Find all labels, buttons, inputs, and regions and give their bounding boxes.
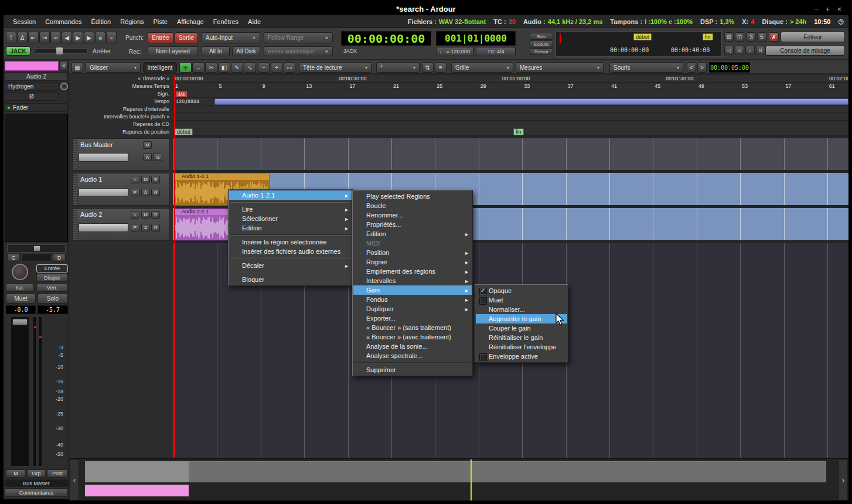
peak-display[interactable]: -5,7	[38, 305, 68, 314]
maximize-button[interactable]: +	[826, 5, 830, 13]
header-grip[interactable]	[73, 173, 77, 205]
tempo-bar[interactable]	[214, 98, 848, 105]
cd-markers-ruler[interactable]	[173, 121, 848, 128]
error-log-button[interactable]: ✗	[769, 32, 779, 42]
summary-view-rect[interactable]	[85, 461, 826, 482]
group-button[interactable]: G	[154, 154, 162, 161]
follow-range-button[interactable]: Follow Range	[264, 32, 333, 43]
nudge-forward-button[interactable]: >	[697, 62, 707, 73]
forward-button[interactable]: ▶	[73, 32, 83, 43]
editor-mixer-toggle-button[interactable]: ▦	[71, 62, 83, 73]
menu-item[interactable]: Analyse spectrale...	[353, 351, 472, 360]
auto-return-button[interactable]: Retour automatique	[264, 46, 333, 56]
group-button[interactable]: Grp	[27, 469, 46, 478]
time-signature-marker[interactable]: 4/4	[175, 91, 188, 97]
gain-display[interactable]: -0,0	[6, 305, 36, 314]
zoom-out-button[interactable]: −	[258, 62, 270, 73]
nudge-clock[interactable]: 00:00:05:00	[709, 62, 750, 73]
zoom-focus-select[interactable]: Tête de lecture▾	[299, 62, 372, 73]
list-button[interactable]: ≡	[435, 62, 447, 73]
strip-close-button[interactable]: ×	[60, 61, 68, 71]
edit-point-select[interactable]: Souris▾	[609, 62, 683, 73]
monitor-button[interactable]: Solo	[530, 33, 553, 40]
monitor-section-button[interactable]: ▤	[724, 32, 734, 42]
track-gain-slider[interactable]	[79, 223, 128, 232]
menu-item[interactable]: « Bouncer » (sans traitement)	[353, 323, 472, 332]
menu-item[interactable]: Bloquer	[229, 275, 352, 284]
meter-post-button[interactable]: Post	[47, 469, 68, 478]
shuttle-slider[interactable]	[34, 48, 88, 54]
secondary-clock[interactable]: 001|01|0000	[436, 31, 516, 46]
primary-clock[interactable]: 00:00:00:00	[341, 31, 431, 46]
tempo-ruler[interactable]: 120,000/4	[173, 98, 848, 105]
menu-item[interactable]: Sélectionner	[229, 214, 352, 223]
mixer-window-button[interactable]: Console de mixage	[765, 46, 845, 56]
gain-fader-handle[interactable]	[12, 319, 28, 325]
header-grip[interactable]	[73, 209, 77, 240]
strip-name-tab[interactable]: Audio 2	[5, 72, 68, 81]
range-tool-button[interactable]: ↔	[192, 62, 205, 73]
smart-mode-button[interactable]: Intelligent	[143, 62, 177, 73]
menu-item[interactable]: Enveloppe active	[476, 352, 567, 361]
mute-button[interactable]: Muet	[6, 294, 36, 304]
processor-box[interactable]	[5, 114, 68, 242]
solo-button[interactable]: S	[151, 176, 160, 183]
eight-button[interactable]: 8	[756, 46, 765, 55]
menu-item[interactable]: Lire	[229, 205, 352, 214]
processor-hydrogen[interactable]: Hydrogen	[5, 82, 59, 91]
menu-item[interactable]	[230, 258, 350, 259]
click-button[interactable]: ♪	[745, 46, 755, 55]
zoom-in-button[interactable]: +	[271, 62, 282, 73]
grab-tool-button[interactable]: ✛	[179, 62, 192, 73]
goto-end-button[interactable]: ⇥	[39, 32, 50, 43]
start-marker[interactable]: début	[633, 33, 652, 40]
goto-start-button[interactable]: ⇤	[28, 32, 39, 43]
menu-item[interactable]: Rogner	[353, 257, 472, 267]
zoom-fit-button[interactable]: ▭	[284, 62, 295, 73]
audio-2-header[interactable]: Audio 2 ● M S P A G	[72, 208, 170, 241]
menu-item[interactable]	[355, 362, 471, 363]
menu-item[interactable]: Réinitialiser l'enveloppe	[476, 342, 567, 352]
meter-point-button[interactable]: M	[6, 469, 26, 478]
menubar-item[interactable]: Piste	[149, 17, 172, 26]
gain-fader[interactable]	[11, 316, 29, 466]
summary-scroll-right-button[interactable]: ›	[839, 459, 848, 500]
track-gain-slider[interactable]	[79, 188, 128, 197]
editor-window-button[interactable]: Éditeur	[781, 32, 845, 42]
menu-item[interactable]: Edition	[229, 223, 352, 233]
track-name[interactable]: Audio 1	[80, 176, 102, 183]
feedback-button[interactable]: ◫	[735, 32, 744, 42]
monitor-button[interactable]: Écoute	[530, 40, 553, 47]
panner-handle[interactable]	[33, 246, 40, 251]
comments-button[interactable]: Commentaires	[5, 488, 68, 497]
grid-unit-select[interactable]: Mesures▾	[516, 62, 604, 73]
record-button[interactable]: ●	[106, 32, 117, 43]
position-markers-ruler[interactable]: début fin	[173, 128, 848, 136]
bus-master-track-row[interactable]	[173, 138, 848, 171]
all-disk-button[interactable]: All Disk	[232, 46, 260, 56]
monitor-disk-button[interactable]: Disque	[36, 274, 68, 282]
end-position-marker[interactable]: fin	[513, 128, 524, 135]
all-in-button[interactable]: All In	[202, 46, 230, 56]
metronome-button[interactable]: Δ	[17, 32, 28, 43]
automation-button[interactable]: A	[143, 154, 152, 161]
menu-item[interactable]: « Bouncer » (avec traitement)	[353, 332, 472, 342]
end-marker[interactable]: fin	[703, 33, 713, 40]
solo-button[interactable]: S	[151, 211, 160, 219]
menu-item[interactable]: Décaler	[229, 261, 352, 270]
tempo-marker[interactable]: 120,000/4	[176, 98, 199, 104]
menu-item[interactable]	[230, 202, 350, 203]
menubar-item[interactable]: Session	[8, 17, 40, 26]
plugin-control-icon[interactable]	[60, 83, 68, 90]
range-markers-ruler[interactable]	[173, 105, 848, 113]
loop-button[interactable]: ∞	[50, 32, 61, 43]
audition-button[interactable]: ◁	[724, 46, 734, 55]
record-arm-button[interactable]: ●	[131, 176, 139, 183]
solo-button[interactable]: Solo	[38, 294, 68, 304]
menu-item[interactable]: Propriétés...	[353, 220, 472, 229]
contents-tool-button[interactable]: ◧	[218, 62, 230, 73]
menubar-item[interactable]: Affichage	[172, 17, 209, 26]
menubar-item[interactable]: Édition	[87, 17, 116, 26]
timecode-ruler[interactable]: 00:00:00:0000:00:30:0000:01:00:0000:01:3…	[173, 75, 848, 83]
panner-slider[interactable]	[7, 244, 66, 253]
